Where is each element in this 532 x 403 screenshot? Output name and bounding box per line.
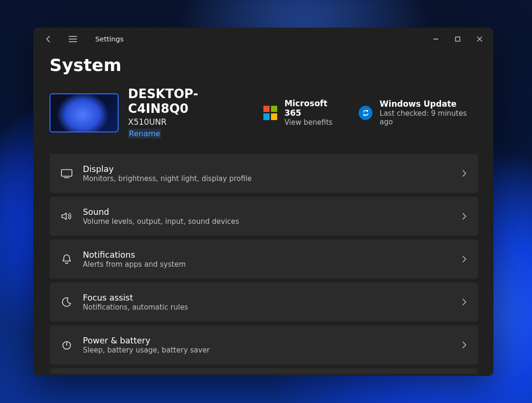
svg-rect-1 [61,170,72,176]
row-title: Notifications [83,250,462,260]
row-display[interactable]: Display Monitors, brightness, night ligh… [50,154,478,193]
bell-icon [61,253,72,265]
row-focus-assist[interactable]: Focus assist Notifications, automatic ru… [50,282,478,322]
row-subtitle: Sleep, battery usage, battery saver [83,346,462,354]
row-title: Power & battery [83,336,462,345]
minimize-icon [433,36,439,42]
moon-icon [61,296,72,308]
wu-title: Windows Update [380,99,478,109]
row-title: Display [83,164,462,174]
row-title: Sound [83,207,462,217]
m365-title: Microsoft 365 [284,99,344,118]
row-title: Focus assist [83,293,462,302]
power-icon [61,339,72,351]
content: System DESKTOP-C4IN8Q0 X510UNR Rename Mi [50,55,493,376]
m365-subtitle: View benefits [284,118,344,127]
settings-window: Settings System [33,28,493,376]
row-subtitle: Notifications, automatic rules [83,303,462,312]
hamburger-icon [69,36,77,42]
arrow-left-icon [45,35,52,43]
titlebar: Settings [33,28,493,50]
chevron-right-icon [462,298,467,306]
microsoft-logo-icon [263,106,277,120]
settings-list: Display Monitors, brightness, night ligh… [50,154,478,376]
windows-update-card[interactable]: Windows Update Last checked: 9 minutes a… [359,99,478,126]
maximize-button[interactable] [447,31,469,47]
close-icon [477,36,482,42]
device-model: X510UNR [128,117,254,127]
minimize-button[interactable] [425,31,447,47]
device-name: DESKTOP-C4IN8Q0 [128,87,254,116]
sound-icon [60,211,73,222]
row-notifications[interactable]: Notifications Alerts from apps and syste… [50,240,478,279]
device-thumbnail[interactable] [50,93,119,132]
row-sound[interactable]: Sound Volume levels, output, input, soun… [50,197,478,236]
svg-rect-0 [456,37,460,41]
window-controls [425,31,491,47]
row-next-peek[interactable] [50,368,478,374]
sync-icon [359,106,372,120]
device-info: DESKTOP-C4IN8Q0 X510UNR Rename [128,87,254,139]
chevron-right-icon [462,212,467,220]
rename-link[interactable]: Rename [128,129,161,139]
wu-subtitle: Last checked: 9 minutes ago [380,109,478,126]
display-icon [60,168,73,179]
chevron-right-icon [462,341,467,349]
maximize-icon [455,36,461,42]
nav-menu-button[interactable] [62,31,84,47]
row-subtitle: Volume levels, output, input, sound devi… [83,217,462,226]
row-subtitle: Monitors, brightness, night light, displ… [83,174,462,183]
page-title: System [50,55,493,75]
hero-cards: Microsoft 365 View benefits Window [263,99,478,127]
close-button[interactable] [469,31,491,47]
microsoft-365-card[interactable]: Microsoft 365 View benefits [263,99,344,127]
chevron-right-icon [462,170,467,177]
scroll-area[interactable]: DESKTOP-C4IN8Q0 X510UNR Rename Microsoft… [50,87,489,376]
back-button[interactable] [40,31,57,47]
chevron-right-icon [462,255,467,263]
app-title: Settings [95,35,123,43]
row-power-battery[interactable]: Power & battery Sleep, battery usage, ba… [50,325,478,364]
row-subtitle: Alerts from apps and system [83,260,462,269]
system-hero: DESKTOP-C4IN8Q0 X510UNR Rename Microsoft… [50,87,478,139]
